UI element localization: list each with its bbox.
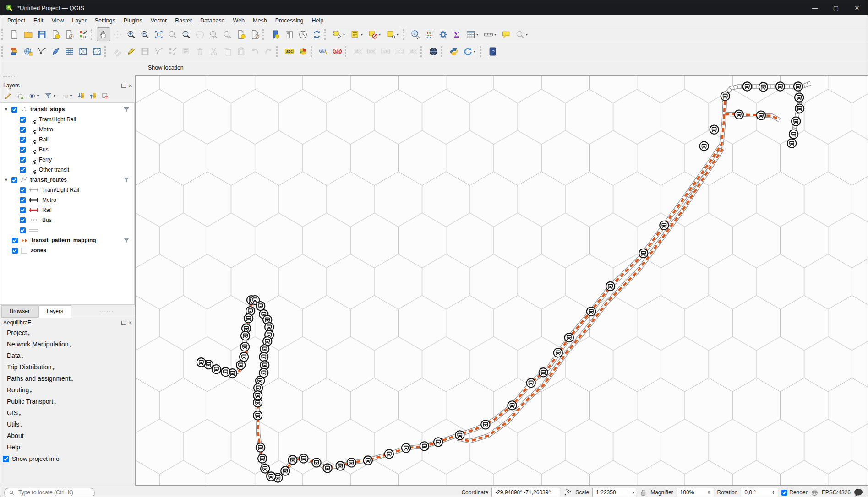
crs-indicator[interactable]: EPSG:4326 xyxy=(822,489,851,496)
show-statistics-button[interactable] xyxy=(450,27,464,41)
close-button[interactable]: ✕ xyxy=(846,0,868,15)
help-contents-button[interactable] xyxy=(486,45,499,59)
locate-bar[interactable] xyxy=(4,488,95,497)
select-features-dropdown[interactable]: ▾ xyxy=(343,32,348,37)
manage-map-themes-button[interactable] xyxy=(26,90,38,101)
aeq-menu-public-transport[interactable]: Public Transport▾ xyxy=(0,395,135,407)
legend-visibility-checkbox[interactable] xyxy=(20,147,26,153)
add-point-feature-button[interactable] xyxy=(152,45,165,59)
measure-line-button[interactable] xyxy=(481,27,495,41)
legend-row-other-transit-stop[interactable]: Other transit xyxy=(0,165,134,175)
aeq-menu-routing[interactable]: Routing▾ xyxy=(0,384,135,395)
dock-resize-handle[interactable]: ······ xyxy=(99,309,114,314)
statistical-summary-button[interactable] xyxy=(422,27,436,41)
legend-row-tram-stop[interactable]: Tram/Light Rail xyxy=(0,114,134,124)
menu-project[interactable]: Project xyxy=(3,16,29,25)
toolbar-grip[interactable] xyxy=(311,46,315,57)
filter-legend-dropdown[interactable]: ▾ xyxy=(54,94,59,98)
toolbar-grip[interactable] xyxy=(104,46,109,57)
select-by-location-button[interactable] xyxy=(384,27,398,41)
map-themes-dropdown[interactable]: ▾ xyxy=(37,94,42,98)
new-mesh-layer-button[interactable] xyxy=(62,45,76,59)
scale-combobox[interactable]: 1:22350▾ xyxy=(592,488,636,497)
toolbar-grip[interactable] xyxy=(262,29,267,40)
measure-dropdown[interactable]: ▾ xyxy=(494,32,499,37)
expand-all-button[interactable] xyxy=(76,90,87,101)
select-by-value-dropdown[interactable]: ▾ xyxy=(361,32,366,37)
save-project-button[interactable] xyxy=(35,27,49,41)
spinner-arrows[interactable]: ▲▼ xyxy=(772,490,775,495)
layer-visibility-checkbox[interactable] xyxy=(12,238,18,243)
new-map-view-button[interactable] xyxy=(234,27,248,41)
aeq-menu-trip-distribution[interactable]: Trip Distribution▾ xyxy=(0,361,135,373)
save-layer-edits-button[interactable] xyxy=(138,45,152,59)
legend-row-metro-stop[interactable]: Metro xyxy=(0,124,134,135)
legend-visibility-checkbox[interactable] xyxy=(20,127,26,133)
menu-web[interactable]: Web xyxy=(229,16,249,25)
map-canvas[interactable] xyxy=(135,75,868,486)
layer-diagram-button[interactable] xyxy=(296,45,310,59)
copy-features-button[interactable] xyxy=(220,45,234,59)
new-bookmark-button[interactable] xyxy=(268,27,282,41)
processing-history-button[interactable] xyxy=(461,45,475,59)
legend-visibility-checkbox[interactable] xyxy=(20,227,26,233)
layer-label[interactable]: zones xyxy=(31,247,46,254)
zoom-in-button[interactable] xyxy=(124,27,138,41)
menu-database[interactable]: Database xyxy=(196,16,229,25)
label-properties-button[interactable] xyxy=(406,45,420,59)
menu-help[interactable]: Help xyxy=(307,16,328,25)
legend-row-bus-stop[interactable]: Bus xyxy=(0,145,134,155)
legend-row-rail-route[interactable]: Rail xyxy=(0,205,134,215)
zoom-native-button[interactable] xyxy=(193,27,207,41)
style-manager-button[interactable] xyxy=(76,27,90,41)
maximize-button[interactable]: ▢ xyxy=(825,0,846,15)
select-features-button[interactable] xyxy=(330,27,344,41)
toolbar-grip[interactable] xyxy=(480,46,484,57)
new-project-button[interactable] xyxy=(7,27,21,41)
legend-visibility-checkbox[interactable] xyxy=(20,197,26,203)
legend-row-tram-route[interactable]: Tram/Light Rail xyxy=(0,185,134,195)
aeq-menu-data[interactable]: Data▾ xyxy=(0,350,135,361)
legend-row-other-route[interactable] xyxy=(0,225,134,235)
toggle-editing-button[interactable] xyxy=(124,45,138,59)
locate-input[interactable] xyxy=(17,489,86,496)
float-panel-icon[interactable] xyxy=(121,321,126,325)
modify-attributes-button[interactable] xyxy=(179,45,193,59)
rotation-spinbox[interactable]: 0,0 °▲▼ xyxy=(741,488,778,497)
toolbar-grip[interactable] xyxy=(1,46,5,57)
filter-expression-dropdown[interactable]: ▾ xyxy=(70,94,75,98)
toolbar-grip[interactable] xyxy=(91,29,95,40)
zoom-out-button[interactable] xyxy=(138,27,152,41)
toolbar-grip[interactable] xyxy=(276,46,280,57)
new-3d-map-view-button[interactable] xyxy=(248,27,262,41)
processing-toolbox-button[interactable] xyxy=(436,27,450,41)
expander-icon[interactable]: ▼ xyxy=(4,178,9,182)
filter-icon[interactable] xyxy=(123,106,130,113)
legend-visibility-checkbox[interactable] xyxy=(20,167,26,173)
aeq-menu-paths-and-assignment[interactable]: Paths and assignment▾ xyxy=(0,373,135,384)
temporal-controller-button[interactable] xyxy=(296,27,310,41)
layer-label[interactable]: transit_routes xyxy=(30,177,67,183)
vertex-tool-button[interactable] xyxy=(165,45,179,59)
move-label-button[interactable] xyxy=(351,45,365,59)
toolbar-grip[interactable] xyxy=(403,29,407,40)
zoom-to-selection-button[interactable] xyxy=(165,27,179,41)
extents-icon[interactable] xyxy=(563,488,572,497)
layer-visibility-checkbox[interactable] xyxy=(11,177,17,183)
highlight-labels-button[interactable] xyxy=(330,45,344,59)
new-geopackage-layer-button[interactable] xyxy=(21,45,35,59)
dock-drag-handle[interactable] xyxy=(3,76,15,81)
pan-to-selection-button[interactable] xyxy=(110,27,124,41)
cut-features-button[interactable] xyxy=(207,45,220,59)
open-attribute-table-button[interactable] xyxy=(464,27,477,41)
zoom-next-button[interactable] xyxy=(220,27,234,41)
new-shapefile-layer-button[interactable] xyxy=(35,45,49,59)
show-layout-manager-button[interactable] xyxy=(62,27,76,41)
aeq-menu-about[interactable]: About xyxy=(0,430,135,441)
layer-row-transit-routes[interactable]: ▼ transit_routes xyxy=(0,175,134,185)
show-hide-labels-button[interactable] xyxy=(392,45,406,59)
message-log-icon[interactable] xyxy=(854,488,863,497)
layer-row-transit-pattern-mapping[interactable]: transit_pattern_mapping xyxy=(0,235,134,245)
aeq-menu-help[interactable]: Help xyxy=(0,441,135,453)
legend-visibility-checkbox[interactable] xyxy=(20,187,26,193)
